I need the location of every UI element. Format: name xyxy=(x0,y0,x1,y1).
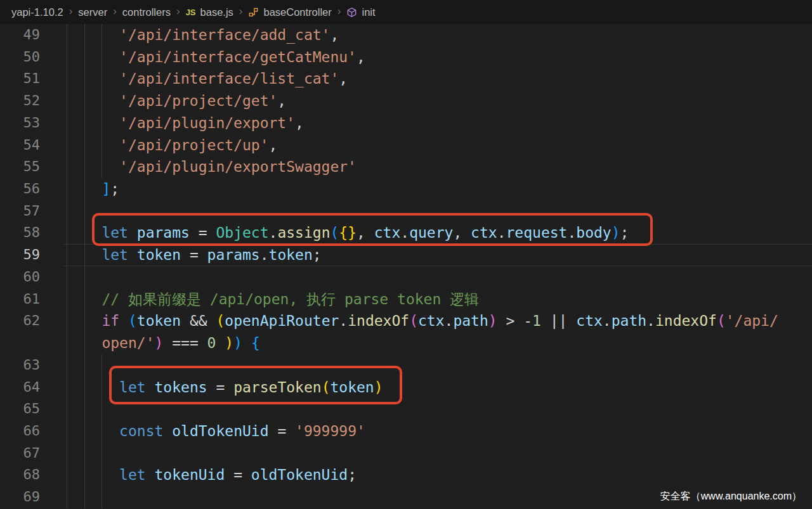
code-line[interactable]: ]; xyxy=(67,178,812,200)
code-token xyxy=(67,93,119,109)
code-line[interactable]: let token = params.token; xyxy=(67,244,812,266)
breadcrumb-item-file[interactable]: JS base.js xyxy=(186,6,233,18)
line-number[interactable]: 49 xyxy=(0,24,40,46)
line-number[interactable]: 63 xyxy=(0,354,40,377)
code-token: ) xyxy=(612,224,620,241)
code-line[interactable] xyxy=(67,442,812,465)
code-token xyxy=(242,335,251,351)
indent-guide xyxy=(67,68,67,90)
code-line[interactable] xyxy=(67,398,812,420)
line-number[interactable]: 53 xyxy=(0,112,40,134)
code-line[interactable]: '/api/plugin/export', xyxy=(67,112,812,134)
line-number[interactable]: 55 xyxy=(0,156,40,178)
code-row[interactable]: 59 let token = params.token; xyxy=(0,244,812,266)
code-row[interactable]: 55 '/api/plugin/exportSwagger' xyxy=(0,156,812,178)
code-line[interactable]: // 如果前缀是 /api/open, 执行 parse token 逻辑 xyxy=(67,288,812,311)
code-row[interactable]: 61 // 如果前缀是 /api/open, 执行 parse token 逻辑 xyxy=(0,288,812,311)
indent-guide xyxy=(67,134,67,157)
code-token xyxy=(67,379,119,396)
code-line[interactable]: '/api/interface/add_cat', xyxy=(67,24,812,46)
line-number[interactable]: 62 xyxy=(0,310,40,332)
code-row[interactable]: 68 let tokenUid = oldTokenUid; xyxy=(0,464,812,486)
code-row[interactable]: 50 '/api/interface/getCatMenu', xyxy=(0,46,812,68)
line-number[interactable]: 59 xyxy=(0,244,40,266)
code-token: = xyxy=(269,423,296,439)
line-number[interactable]: 50 xyxy=(0,46,40,68)
line-number[interactable] xyxy=(0,332,40,354)
line-number[interactable]: 57 xyxy=(0,200,40,222)
javascript-file-icon: JS xyxy=(186,8,196,17)
code-token: ] xyxy=(102,181,110,197)
breadcrumb-item-method[interactable]: init xyxy=(346,6,375,18)
code-token: Object xyxy=(216,224,268,241)
chevron-right-icon: › xyxy=(337,5,341,18)
code-line[interactable] xyxy=(67,354,812,377)
line-number[interactable]: 68 xyxy=(0,464,40,486)
code-token: let xyxy=(102,224,128,241)
code-token: > - xyxy=(497,312,532,329)
code-token: ( xyxy=(128,312,137,329)
code-line[interactable] xyxy=(67,266,812,288)
code-token: ) xyxy=(233,335,242,351)
indent-guide xyxy=(84,332,85,354)
code-row[interactable]: 60 xyxy=(0,266,812,288)
code-line[interactable]: '/api/project/get', xyxy=(67,90,812,112)
code-row[interactable]: 51 '/api/interface/list_cat', xyxy=(0,68,812,90)
code-row[interactable]: 66 const oldTokenUid = '999999' xyxy=(0,420,812,442)
line-number[interactable]: 64 xyxy=(0,377,40,399)
code-row[interactable]: 53 '/api/plugin/export', xyxy=(0,112,812,134)
code-line[interactable]: '/api/plugin/exportSwagger' xyxy=(67,156,812,178)
breadcrumb-item-class[interactable]: baseController xyxy=(248,6,331,18)
code-row[interactable]: 54 '/api/project/up', xyxy=(0,134,812,157)
code-token: ( xyxy=(322,379,331,396)
code-row[interactable]: 56 ]; xyxy=(0,178,812,200)
code-row[interactable]: 65 xyxy=(0,398,812,420)
code-row[interactable]: 58 let params = Object.assign({}, ctx.qu… xyxy=(0,222,812,244)
code-line[interactable]: let tokenUid = oldTokenUid; xyxy=(67,464,812,486)
line-number[interactable]: 65 xyxy=(0,398,40,420)
code-line[interactable]: let params = Object.assign({}, ctx.query… xyxy=(67,222,812,244)
indent-guide xyxy=(102,377,102,399)
line-number[interactable]: 51 xyxy=(0,68,40,90)
code-row[interactable]: 62 if (token && (openApiRouter.indexOf(c… xyxy=(0,310,812,332)
line-number[interactable]: 61 xyxy=(0,288,40,311)
code-row[interactable]: 67 xyxy=(0,442,812,465)
code-token: ctx xyxy=(418,312,445,329)
line-number[interactable]: 60 xyxy=(0,266,40,288)
code-line[interactable]: '/api/interface/list_cat', xyxy=(67,68,812,90)
breadcrumb-label: yapi-1.10.2 xyxy=(11,6,63,18)
code-token: = xyxy=(207,379,234,396)
code-row[interactable]: 49 '/api/interface/add_cat', xyxy=(0,24,812,46)
indent-guide xyxy=(84,442,85,465)
code-line[interactable] xyxy=(67,200,812,222)
code-editor[interactable]: 49 '/api/interface/add_cat',50 '/api/int… xyxy=(0,24,812,509)
line-number[interactable]: 52 xyxy=(0,90,40,112)
line-number[interactable]: 69 xyxy=(0,486,40,508)
code-token: . xyxy=(567,224,576,241)
breadcrumb-item-controllers[interactable]: controllers xyxy=(122,6,171,18)
breadcrumb-item-server[interactable]: server xyxy=(78,6,107,18)
code-row[interactable]: 52 '/api/project/get', xyxy=(0,90,812,112)
code-token: , xyxy=(357,224,374,241)
code-line[interactable]: '/api/interface/getCatMenu', xyxy=(67,46,812,68)
code-row[interactable]: open/') === 0 )) { xyxy=(0,332,812,354)
code-row[interactable]: 64 let tokens = parseToken(token) xyxy=(0,377,812,399)
code-token xyxy=(128,224,137,241)
line-number[interactable]: 58 xyxy=(0,222,40,244)
line-number[interactable]: 56 xyxy=(0,178,40,200)
line-number[interactable]: 54 xyxy=(0,134,40,157)
breadcrumb-item-project[interactable]: yapi-1.10.2 xyxy=(11,6,63,18)
code-token: query xyxy=(409,224,453,241)
code-row[interactable]: 57 xyxy=(0,200,812,222)
code-line[interactable]: '/api/project/up', xyxy=(67,134,812,157)
code-row[interactable]: 63 xyxy=(0,354,812,377)
line-number[interactable]: 67 xyxy=(0,442,40,465)
code-token: ; xyxy=(110,181,119,197)
code-line[interactable]: open/') === 0 )) { xyxy=(67,332,812,354)
indent-guide xyxy=(67,442,67,465)
code-line[interactable]: let tokens = parseToken(token) xyxy=(67,377,812,399)
code-line[interactable]: if (token && (openApiRouter.indexOf(ctx.… xyxy=(67,310,812,332)
code-line[interactable]: const oldTokenUid = '999999' xyxy=(67,420,812,442)
code-token: . xyxy=(445,312,454,329)
line-number[interactable]: 66 xyxy=(0,420,40,442)
